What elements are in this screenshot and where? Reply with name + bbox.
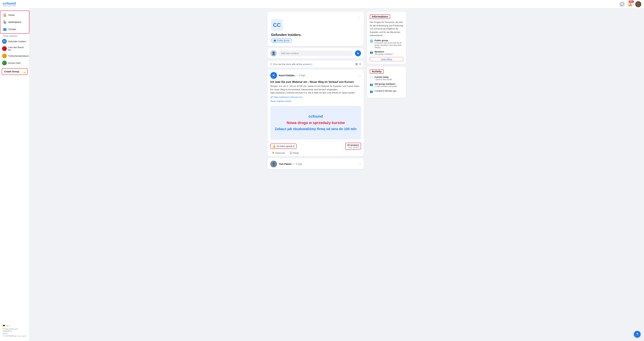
topbar-right: 💬 🔔 999+ 👤 bbox=[619, 1, 641, 7]
group-avatar-g2 bbox=[2, 46, 7, 51]
members-activity-icon: 👥 bbox=[370, 83, 373, 86]
new-members: 1 new member last week bbox=[374, 85, 397, 88]
preview-logo: ccfound bbox=[308, 114, 323, 119]
activity-created-content: Created 8 Monate ago bbox=[374, 90, 396, 92]
list-icon[interactable]: ≡ bbox=[359, 62, 361, 66]
post1-link[interactable]: 🔗 https://webinar1.ccfound.com... bbox=[270, 96, 361, 98]
members-title: Members bbox=[374, 51, 392, 53]
notifications-button[interactable]: 🔔 999+ bbox=[627, 1, 633, 7]
user-avatar[interactable]: 👤 bbox=[635, 1, 641, 7]
post1-reactions-row: 👍 16 users upvote it! 10 answers SEE MOR… bbox=[270, 143, 361, 150]
public-group-row: 🌐 Public group Everyone can check the li… bbox=[370, 39, 403, 49]
post1-author-name: Karol Kieltyka ✓ • 3 Tage bbox=[279, 74, 356, 77]
reply-icon: 💬 bbox=[290, 152, 292, 154]
grid-icon[interactable]: ⊞ bbox=[355, 62, 358, 66]
sidebar-group-g4[interactable]: Grünes Hanf bbox=[0, 59, 29, 67]
create-group-emoji: 🌟 bbox=[23, 71, 26, 74]
members-sub: 343 group members bbox=[374, 53, 392, 55]
group-avatar-g1: CC bbox=[2, 39, 7, 44]
post1-dots[interactable]: ··· bbox=[358, 74, 361, 78]
info-bar: ⟳ [You see the latest with all the answe… bbox=[268, 61, 364, 68]
post1-answers-count: 10 answers bbox=[347, 144, 359, 146]
latest-link[interactable]: latest bbox=[286, 63, 291, 66]
activity-created-row: 👥 Created 8 Monate ago bbox=[370, 90, 403, 93]
logo-sub: brain search engine bbox=[3, 5, 16, 7]
members-count-activity: 343 group members bbox=[374, 83, 397, 85]
latest-icon: ⟳ bbox=[270, 63, 272, 66]
post-send-button[interactable]: ➤ bbox=[355, 50, 361, 56]
post2-author-name: Tom Patom ✓ • 4 Tage bbox=[279, 163, 356, 165]
send-icon: ➤ bbox=[357, 52, 359, 55]
group-avatar-g4 bbox=[2, 61, 7, 65]
members-icon: 👥 bbox=[370, 51, 373, 54]
answers-link[interactable]: answers bbox=[303, 63, 311, 66]
posts-month: 1 post in this month bbox=[374, 78, 392, 81]
informations-description: Die Gruppe für Personen, die sich für di… bbox=[370, 21, 403, 37]
sidebar-group-g2[interactable]: Lass den Bauch los. bbox=[0, 45, 29, 52]
post1-downvote-button[interactable]: 👎 Downvote bbox=[270, 151, 286, 155]
bell-icon: 🔔 bbox=[628, 2, 632, 6]
group-name-g3: Türkischesabenteuer.de bbox=[8, 55, 30, 57]
document-icon: 📄 bbox=[370, 76, 373, 79]
post1-see-more[interactable]: SEE MORE bbox=[347, 146, 359, 149]
new-post-box: 👤 Add new content ➤ bbox=[268, 48, 364, 59]
post2-verified-icon: ✓ bbox=[292, 163, 294, 165]
post1-reactions-right[interactable]: 10 answers SEE MORE bbox=[345, 143, 361, 150]
group-name-g2: Lass den Bauch los. bbox=[8, 46, 27, 51]
post1-author-avatar: K bbox=[270, 72, 277, 79]
notification-badge: 999+ bbox=[629, 1, 634, 3]
create-group-button[interactable]: Create Group 🌟 bbox=[2, 68, 28, 75]
info-bar-text: [You see the latest with all the answers… bbox=[273, 63, 312, 66]
learn-more-button[interactable]: Learn More bbox=[370, 57, 403, 61]
feed-column: ··· CC Gefunden Insiders. 👥 Public group… bbox=[268, 12, 364, 169]
public-group-sub: Everyone can check the list of group mem… bbox=[374, 42, 403, 49]
group-type-badge[interactable]: 👥 Public group bbox=[271, 38, 292, 43]
main-content: ··· CC Gefunden Insiders. 👥 Public group… bbox=[30, 9, 644, 172]
topbar-left: ccfound brain search engine bbox=[3, 2, 16, 7]
post1-reactions-left[interactable]: 👍 16 users upvote it! bbox=[270, 144, 296, 149]
post1-time: • 3 Tage bbox=[298, 74, 305, 77]
post1-verified-icon: ✓ bbox=[295, 74, 297, 77]
sidebar-group-g1[interactable]: CC Gefunden Insiders. bbox=[0, 38, 29, 45]
post2-time: • 4 Tage bbox=[294, 163, 302, 165]
posts-today: 0 posts today bbox=[374, 76, 392, 78]
post1-show-original[interactable]: Show original content bbox=[270, 100, 291, 102]
post1-author-info: Karol Kieltyka ✓ • 3 Tage bbox=[279, 74, 356, 77]
sidebar-item-home[interactable]: 🏠 Home bbox=[1, 12, 28, 19]
sidebar-home-label: Home bbox=[8, 14, 15, 16]
messages-button[interactable]: 💬 bbox=[619, 1, 625, 7]
post-card-1: K Karol Kieltyka ✓ • 3 Tage ··· Ich lade… bbox=[268, 70, 364, 156]
informations-card: Informations Die Gruppe für Personen, di… bbox=[367, 12, 406, 64]
preview-subtitle: Zobacz jak zbudowaliśmy firmę od zera do… bbox=[275, 127, 357, 131]
new-post-input[interactable]: Add new content bbox=[278, 51, 353, 56]
post1-reaction-count: 16 users upvote it! bbox=[277, 145, 294, 147]
group-header-dots[interactable]: ··· bbox=[358, 15, 360, 19]
groups-icon: 👥 bbox=[3, 27, 7, 31]
group-name-g1: Gefunden Insiders. bbox=[8, 40, 27, 43]
sidebar-groups-label: Groups bbox=[8, 28, 16, 31]
group-name-g4: Grünes Hanf bbox=[8, 62, 20, 64]
logo[interactable]: ccfound brain search engine bbox=[3, 2, 16, 7]
post1-reply-button[interactable]: 💬 Reply bbox=[288, 151, 300, 155]
downvote-icon: 👎 bbox=[272, 152, 274, 154]
right-sidebar: Informations Die Gruppe für Personen, di… bbox=[367, 12, 406, 169]
sidebar-item-groups[interactable]: 👥 Groups bbox=[1, 26, 28, 33]
sidebar-group-g3[interactable]: Türkischesabenteuer.de bbox=[0, 52, 29, 59]
post2-header: 👤 Tom Patom ✓ • 4 Tage ··· bbox=[268, 158, 364, 169]
globe-icon: 🌐 bbox=[370, 40, 373, 43]
home-icon: 🏠 bbox=[3, 13, 7, 17]
post2-dots[interactable]: ··· bbox=[358, 162, 361, 166]
info-bar-right: ⊞ ≡ bbox=[355, 62, 361, 66]
post1-action-row: 👎 Downvote 💬 Reply bbox=[270, 151, 361, 155]
post1-body: Ich lade Sie zum Webinar ein - Neuer Weg… bbox=[268, 81, 364, 104]
sidebar-marketplace-label: Marketplace bbox=[8, 21, 21, 24]
activity-posts-row: 📄 0 posts today 1 post in this month bbox=[370, 76, 403, 81]
sidebar-item-marketplace[interactable]: 🏪 Marketplace bbox=[1, 19, 28, 26]
post1-preview: ccfound Nowa droga w sprzedaży kursów Zo… bbox=[270, 106, 361, 140]
post1-header: K Karol Kieltyka ✓ • 3 Tage ··· bbox=[268, 70, 364, 81]
your-groups-label: YOUR GROUPS bbox=[0, 34, 29, 38]
post2-author-info: Tom Patom ✓ • 4 Tage bbox=[279, 163, 356, 165]
info-bar-left: ⟳ [You see the latest with all the answe… bbox=[270, 63, 312, 66]
sidebar: 🏠 Home 🏪 Marketplace 👥 Groups YOUR GROUP… bbox=[0, 9, 30, 172]
nav-group: 🏠 Home 🏪 Marketplace 👥 Groups bbox=[0, 11, 29, 34]
